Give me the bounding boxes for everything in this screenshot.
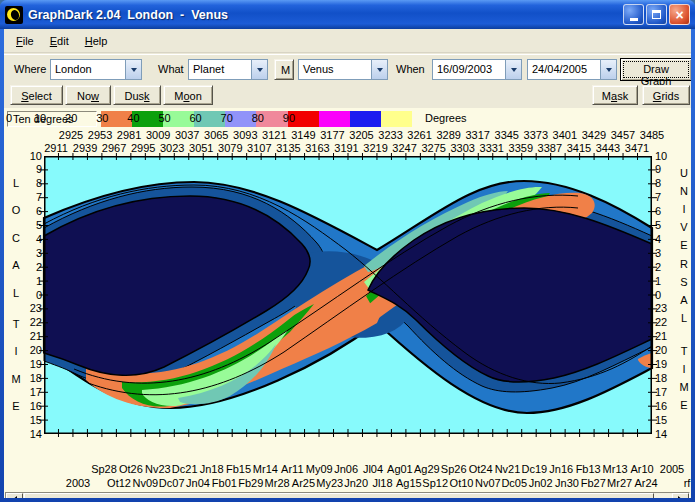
legend-ticks-label: 50 xyxy=(158,112,170,124)
date-row2-label: Fb27 xyxy=(581,477,606,489)
date-row2-label: Jn04 xyxy=(186,477,210,489)
scroll-right-button[interactable] xyxy=(672,493,689,498)
object-combobox[interactable]: Venus xyxy=(298,59,388,80)
hours-right-label: 0 xyxy=(655,289,679,302)
now-button[interactable]: Now xyxy=(65,85,111,105)
time-right-letters-label: M xyxy=(677,381,691,394)
scrollbar-thumb[interactable] xyxy=(24,493,654,498)
time-right-letters-label: T xyxy=(677,345,691,358)
julian-row1-label: 3261 xyxy=(407,129,431,141)
legend-segment xyxy=(350,111,381,127)
end-year-label: 2005 xyxy=(660,463,684,475)
hours-right-label: 8 xyxy=(655,177,679,190)
julian-row1-label: 3149 xyxy=(291,129,315,141)
time-left-letters-label: T xyxy=(9,318,23,331)
maximize-icon xyxy=(652,10,661,19)
legend-ticks-label: 60 xyxy=(189,112,201,124)
legend-ticks-label: 20 xyxy=(65,112,77,124)
toolbar-secondary: Select Now Dusk Moon Mask Grids xyxy=(4,83,691,108)
visibility-chart[interactable] xyxy=(38,152,658,438)
julian-row1-label: 2925 xyxy=(59,129,83,141)
degrees-label: Degrees xyxy=(425,112,467,124)
date-axis-row-2: 2003 rf Ot12Nv09Dc07Jn04Fb01Fb29Mr28Ar25… xyxy=(4,477,691,489)
altitude-scale-ticks: 0102030405060708090 xyxy=(4,112,315,124)
date-row1-label: Ot26 xyxy=(119,463,143,475)
legend-ticks-label: 80 xyxy=(252,112,264,124)
julian-row1-label: 3009 xyxy=(146,129,170,141)
chevron-down-icon[interactable] xyxy=(505,60,521,79)
what-combobox[interactable]: Planet xyxy=(188,59,268,80)
julian-row1-label: 3177 xyxy=(320,129,344,141)
time-left-letters-label: I xyxy=(9,345,23,358)
date-row2-label: Jn30 xyxy=(555,477,579,489)
date-row2-label: Dc07 xyxy=(159,477,185,489)
date-row2-label: Ot10 xyxy=(450,477,474,489)
time-left-letters-label: M xyxy=(9,373,23,386)
grids-button[interactable]: Grids xyxy=(642,85,690,105)
menu-help[interactable]: Help xyxy=(77,32,116,50)
date-row1-label: My09 xyxy=(306,463,333,475)
julian-row1-label: 3373 xyxy=(524,129,548,141)
menu-file[interactable]: File xyxy=(8,32,42,50)
date-end-combobox[interactable]: 24/04/2005 xyxy=(527,59,617,80)
julian-row1-label: 3121 xyxy=(262,129,286,141)
date-row2-label: Ar25 xyxy=(292,477,315,489)
legend-ticks-label: 40 xyxy=(127,112,139,124)
where-combobox[interactable]: London xyxy=(50,59,142,80)
date-row2-label: Ar24 xyxy=(634,477,657,489)
local-axis-title-2: TIME xyxy=(9,108,23,448)
hours-right-label: 1 xyxy=(655,275,679,288)
date-row2-label: Jn02 xyxy=(529,477,553,489)
date-row2-label: Fb29 xyxy=(238,477,263,489)
legend-ticks-label: 90 xyxy=(283,112,295,124)
date-row1-label: Dc21 xyxy=(172,463,198,475)
minimize-icon xyxy=(630,18,638,21)
date-row2-label: Sp12 xyxy=(422,477,448,489)
draw-graph-button[interactable]: Draw Graph xyxy=(620,58,691,81)
hours-right-label: 15 xyxy=(655,414,679,427)
app-window: GraphDark 2.04 London - Venus × File Edi… xyxy=(0,0,695,502)
date-row1-label: Mr13 xyxy=(603,463,628,475)
dusk-button[interactable]: Dusk xyxy=(113,85,161,105)
m-button[interactable]: M xyxy=(274,59,294,80)
horizontal-scrollbar[interactable] xyxy=(5,492,690,498)
maximize-button[interactable] xyxy=(646,4,667,25)
date-row2-label: Dc05 xyxy=(501,477,527,489)
legend-ticks-label: 30 xyxy=(96,112,108,124)
close-button[interactable]: × xyxy=(669,4,690,25)
hours-right-label: 17 xyxy=(655,386,679,399)
minimize-button[interactable] xyxy=(623,4,644,25)
hours-right-label: 23 xyxy=(655,302,679,315)
arrow-left-icon xyxy=(8,496,17,498)
chevron-down-icon[interactable] xyxy=(251,60,267,79)
title-bar[interactable]: GraphDark 2.04 London - Venus × xyxy=(0,0,695,29)
select-button[interactable]: Select xyxy=(10,85,63,105)
date-row2-label: Mr27 xyxy=(607,477,632,489)
author-initials: rf xyxy=(684,477,691,489)
chevron-down-icon[interactable] xyxy=(371,60,387,79)
date-row2-label: Jl18 xyxy=(372,477,392,489)
hours-right-label: 10 xyxy=(655,150,679,163)
close-icon: × xyxy=(675,8,683,22)
date-row2-label: My23 xyxy=(316,477,343,489)
scroll-left-button[interactable] xyxy=(6,493,23,498)
moon-button[interactable]: Moon xyxy=(163,85,213,105)
julian-row1-label: 2981 xyxy=(117,129,141,141)
chevron-down-icon[interactable] xyxy=(125,60,141,79)
mask-button[interactable]: Mask xyxy=(592,85,638,105)
julian-row1-label: 2953 xyxy=(88,129,112,141)
chevron-down-icon[interactable] xyxy=(600,60,616,79)
date-row2-label: Ag15 xyxy=(396,477,422,489)
julian-row1-label: 3093 xyxy=(233,129,257,141)
date-start-combobox[interactable]: 16/09/2003 xyxy=(432,59,522,80)
date-row1-label: Mr14 xyxy=(253,463,278,475)
menu-bar: File Edit Help xyxy=(4,29,691,53)
menu-edit[interactable]: Edit xyxy=(42,32,77,50)
julian-row1-label: 3065 xyxy=(204,129,228,141)
arrow-right-icon xyxy=(678,496,687,498)
date-row1-label: Fb13 xyxy=(576,463,601,475)
client-area: File Edit Help Where London What Planet … xyxy=(4,29,691,498)
when-label: When xyxy=(396,63,425,75)
time-left-letters-label: E xyxy=(9,400,23,413)
julian-row1-label: 3205 xyxy=(349,129,373,141)
